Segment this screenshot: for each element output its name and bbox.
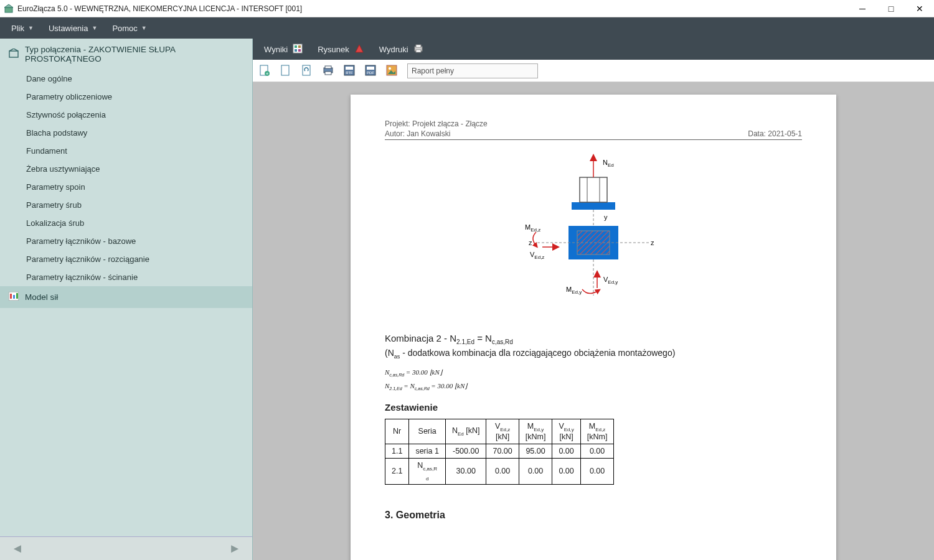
menu-pomoc[interactable]: Pomoc▼ bbox=[106, 20, 153, 37]
sidebar-item-laczniki-scinanie[interactable]: Parametry łączników - ścinanie bbox=[0, 268, 252, 286]
sidebar-item-blacha[interactable]: Blacha podstawy bbox=[0, 124, 252, 142]
author-value: Jan Kowalski bbox=[407, 129, 450, 138]
svg-text:y: y bbox=[604, 213, 608, 221]
formula-1: Nc,as,Rd = 30.00 ⌊kN⌋ bbox=[385, 368, 802, 377]
svg-text:VEd,y: VEd,y bbox=[603, 276, 618, 285]
sidebar-item-zebra[interactable]: Żebra usztywniające bbox=[0, 160, 252, 178]
svg-marker-1 bbox=[4, 4, 13, 7]
report-toolbar: + RTF PDF bbox=[253, 60, 934, 82]
menu-ustawienia[interactable]: Ustawienia▼ bbox=[42, 20, 104, 37]
sidebar-item-lokalizacja-srub[interactable]: Lokalizacja śrub bbox=[0, 214, 252, 232]
section-geometria: 3. Geometria bbox=[385, 510, 802, 521]
svg-text:z: z bbox=[651, 239, 654, 246]
svg-text:z: z bbox=[529, 239, 532, 246]
sidebar-item-label: Model sił bbox=[25, 292, 58, 302]
project-label: Projekt: bbox=[385, 119, 410, 128]
svg-marker-14 bbox=[356, 45, 363, 52]
print-icon bbox=[413, 44, 423, 55]
tab-wyniki[interactable]: Wyniki bbox=[258, 40, 309, 59]
model-sil-icon bbox=[9, 292, 19, 302]
svg-rect-27 bbox=[346, 67, 353, 70]
date-label: Data: bbox=[748, 129, 766, 138]
force-diagram: NEd y z z MEd,z bbox=[385, 152, 802, 314]
svg-rect-22 bbox=[303, 65, 310, 75]
svg-rect-13 bbox=[298, 49, 301, 52]
svg-rect-36 bbox=[572, 202, 615, 210]
svg-rect-21 bbox=[281, 65, 289, 75]
sidebar-tree: Typ połączenia - ZAKOTWIENIE SŁUPA PROST… bbox=[0, 39, 252, 536]
nav-next-button[interactable]: ► bbox=[229, 541, 241, 556]
sidebar-item-parametry-obliczeniowe[interactable]: Parametry obliczeniowe bbox=[0, 88, 252, 106]
page-refresh-icon[interactable] bbox=[301, 65, 314, 77]
col-vedz: VEd,z[kN] bbox=[486, 419, 519, 444]
svg-text:MEd,z: MEd,z bbox=[525, 223, 540, 233]
svg-rect-10 bbox=[295, 45, 297, 48]
document-area[interactable]: Projekt: Projekt złącza - Złącze Autor: … bbox=[253, 82, 934, 560]
col-medz: MEd,z[kNm] bbox=[580, 419, 614, 444]
svg-rect-25 bbox=[325, 72, 331, 75]
combination-note: (Nas - dodatkowa kombinacja dla rozciąga… bbox=[385, 348, 802, 360]
table-row: 2.1 Nc,as,Rd 30.00 0.00 0.00 0.00 0.00 bbox=[385, 458, 614, 484]
report-select[interactable] bbox=[407, 63, 538, 78]
col-seria: Seria bbox=[409, 419, 446, 444]
save-rtf-icon[interactable]: RTF bbox=[344, 65, 356, 77]
svg-rect-30 bbox=[367, 67, 374, 70]
svg-rect-16 bbox=[416, 45, 421, 47]
print-button-icon[interactable] bbox=[323, 65, 335, 77]
svg-text:PDF: PDF bbox=[367, 71, 374, 75]
sidebar-item-srub[interactable]: Parametry śrub bbox=[0, 196, 252, 214]
connection-type-icon bbox=[9, 49, 19, 60]
sidebar-item-laczniki-bazowe[interactable]: Parametry łączników - bazowe bbox=[0, 232, 252, 250]
svg-point-33 bbox=[389, 67, 391, 70]
date-value: 2021-05-1 bbox=[768, 129, 802, 138]
author-label: Autor: bbox=[385, 129, 405, 138]
svg-rect-8 bbox=[16, 293, 18, 299]
svg-rect-6 bbox=[10, 294, 12, 299]
svg-rect-2 bbox=[9, 51, 18, 57]
svg-text:NEd: NEd bbox=[603, 159, 614, 168]
sidebar-item-model-sil[interactable]: Model sił bbox=[0, 286, 252, 308]
minimize-button[interactable]: ─ bbox=[848, 0, 877, 17]
project-value: Projekt złącza - Złącze bbox=[412, 119, 488, 128]
svg-text:RTF: RTF bbox=[346, 71, 353, 75]
right-panel: Wyniki Rysunek Wydruki + RTF PDF bbox=[253, 39, 934, 560]
svg-rect-37 bbox=[580, 177, 607, 202]
report-page: Projekt: Projekt złącza - Złącze Autor: … bbox=[351, 95, 836, 560]
menu-plik[interactable]: Plik▼ bbox=[5, 20, 40, 37]
sidebar-header-label: Typ połączenia - ZAKOTWIENIE SŁUPA PROST… bbox=[25, 45, 243, 63]
svg-rect-17 bbox=[416, 50, 421, 52]
new-page-icon[interactable]: + bbox=[259, 65, 271, 77]
image-icon[interactable] bbox=[386, 65, 399, 77]
nav-prev-button[interactable]: ◄ bbox=[11, 541, 24, 556]
sidebar-header[interactable]: Typ połączenia - ZAKOTWIENIE SŁUPA PROST… bbox=[0, 39, 252, 70]
right-tab-bar: Wyniki Rysunek Wydruki bbox=[253, 39, 934, 60]
svg-text:+: + bbox=[266, 71, 269, 77]
svg-rect-12 bbox=[295, 49, 297, 52]
tab-rysunek[interactable]: Rysunek bbox=[311, 40, 370, 59]
close-button[interactable]: ✕ bbox=[905, 0, 934, 17]
sidebar-item-laczniki-rozciaganie[interactable]: Parametry łączników - rozciąganie bbox=[0, 250, 252, 268]
svg-rect-0 bbox=[5, 7, 12, 12]
sidebar-item-sztywnosc[interactable]: Sztywność połączenia bbox=[0, 106, 252, 124]
sidebar-item-dane-ogolne[interactable]: Dane ogólne bbox=[0, 70, 252, 88]
combination-line: Kombinacja 2 - N2.1,Ed = Nc,as,Rd bbox=[385, 333, 802, 345]
col-nr: Nr bbox=[385, 419, 409, 444]
svg-rect-24 bbox=[325, 66, 331, 68]
formula-2: N2.1,Ed = Nc,as,Rd = 30.00 ⌊kN⌋ bbox=[385, 382, 802, 391]
sidebar-item-spoin[interactable]: Parametry spoin bbox=[0, 178, 252, 196]
title-bar: EuroZłącza 5.0 - WEWNĘTRZNA, NIEKOMERCYJ… bbox=[0, 0, 934, 17]
tab-wydruki[interactable]: Wydruki bbox=[373, 40, 430, 59]
zestawienie-title: Zestawienie bbox=[385, 402, 802, 413]
svg-text:VEd,z: VEd,z bbox=[530, 251, 544, 260]
app-icon bbox=[4, 4, 14, 14]
save-pdf-icon[interactable]: PDF bbox=[365, 65, 377, 77]
results-icon bbox=[293, 44, 303, 55]
page-icon[interactable] bbox=[280, 65, 293, 77]
drawing-icon bbox=[354, 44, 364, 55]
col-vedy: VEd,y[kN] bbox=[552, 419, 580, 444]
svg-rect-11 bbox=[298, 45, 301, 48]
sidebar: Typ połączenia - ZAKOTWIENIE SŁUPA PROST… bbox=[0, 39, 253, 560]
window-title: EuroZłącza 5.0 - WEWNĘTRZNA, NIEKOMERCYJ… bbox=[17, 4, 848, 13]
maximize-button[interactable]: □ bbox=[877, 0, 905, 17]
sidebar-item-fundament[interactable]: Fundament bbox=[0, 142, 252, 160]
